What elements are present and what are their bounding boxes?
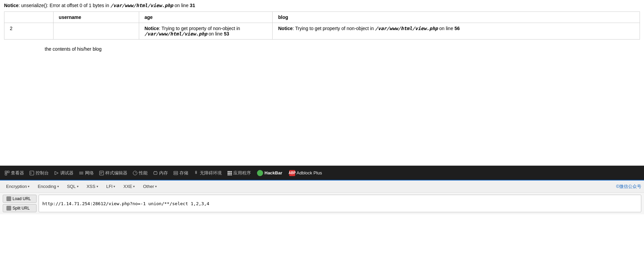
- col-header-age: age: [139, 12, 273, 23]
- col-header-num: [4, 12, 53, 23]
- toolbar-inspector[interactable]: 查看器: [3, 169, 26, 177]
- hackbar-sql[interactable]: SQL ▾: [64, 183, 82, 190]
- notice-line-text-age: on line: [207, 31, 224, 37]
- hackbar-buttons: Load URL Split URL: [3, 195, 37, 212]
- inspector-label: 查看器: [11, 170, 24, 176]
- hackbar-panel: Encryption ▾ Encoding ▾ SQL ▾ XSS ▾ LFI …: [0, 180, 644, 214]
- notice-text-top: : unserialize(): Error at offset 0 of 1 …: [19, 3, 110, 8]
- adblock-label: Adblock Plus: [297, 170, 322, 175]
- hackbar-encoding[interactable]: Encoding ▾: [34, 183, 62, 190]
- notice-path-blog: /var/www/html/view.php: [375, 26, 438, 31]
- notice-suffix-top: on line: [173, 3, 190, 8]
- encryption-label: Encryption: [6, 184, 27, 189]
- svg-rect-27: [228, 174, 229, 175]
- xxe-arrow: ▾: [133, 185, 135, 188]
- toolbar-style-editor[interactable]: 样式编辑器: [97, 169, 129, 177]
- url-input[interactable]: [39, 195, 641, 212]
- adblock-icon: ABP: [289, 170, 295, 176]
- hackbar-label: HackBar: [264, 170, 282, 175]
- browser-toolbar: 查看器 控制台 调试器 网络 样式编辑器 性能 内存 存储 无障碍环境: [0, 166, 644, 180]
- wechat-link: ©微信公众号: [616, 184, 641, 190]
- toolbar-network[interactable]: 网络: [77, 169, 96, 177]
- load-url-label: Load URL: [13, 196, 31, 201]
- hackbar-other[interactable]: Other ▾: [139, 183, 160, 190]
- hackbar-lfi[interactable]: LFI ▾: [103, 183, 119, 190]
- hackbar-xxe[interactable]: XXE ▾: [120, 183, 138, 190]
- svg-rect-8: [100, 171, 104, 175]
- style-editor-label: 样式编辑器: [105, 170, 127, 176]
- row-blog-notice: Notice: Trying to get property of non-ob…: [273, 23, 640, 40]
- svg-marker-4: [55, 171, 58, 175]
- memory-label: 内存: [159, 170, 168, 176]
- hackbar-menu: Encryption ▾ Encoding ▾ SQL ▾ XSS ▾ LFI …: [0, 180, 644, 193]
- svg-rect-28: [229, 174, 231, 175]
- row-num: 2: [4, 23, 53, 40]
- toolbar-debugger[interactable]: 调试器: [52, 169, 76, 177]
- load-url-button[interactable]: Load URL: [3, 195, 37, 203]
- blog-text: the contents of his/her blog: [45, 46, 102, 52]
- hackbar-input-row: Load URL Split URL: [0, 193, 644, 214]
- notice-path-age: /var/www/html/view.php: [145, 31, 207, 37]
- toolbar-storage[interactable]: 存储: [171, 169, 190, 177]
- toolbar-hackbar[interactable]: HackBar: [254, 169, 285, 177]
- xxe-label: XXE: [123, 184, 132, 189]
- toolbar-apps[interactable]: 应用程序: [225, 169, 253, 177]
- svg-rect-26: [231, 173, 232, 174]
- performance-label: 性能: [139, 170, 148, 176]
- notice-line-top: 31: [190, 3, 195, 8]
- storage-label: 存储: [179, 170, 188, 176]
- notice-label-age: Notice: [145, 26, 159, 31]
- load-url-icon: [6, 196, 11, 201]
- encoding-label: Encoding: [38, 184, 56, 189]
- row-age-notice: Notice: Trying to get property of non-ob…: [139, 23, 273, 40]
- other-label: Other: [143, 184, 154, 189]
- toolbar-adblock[interactable]: ABP Adblock Plus: [286, 169, 325, 177]
- row-username: [53, 23, 139, 40]
- svg-line-12: [135, 172, 136, 173]
- other-arrow: ▾: [155, 185, 157, 188]
- notice-text-age: : Trying to get property of non-object i…: [159, 26, 240, 31]
- svg-rect-22: [229, 171, 231, 172]
- xss-label: XSS: [87, 184, 95, 189]
- encoding-arrow: ▾: [57, 185, 59, 188]
- notice-path-top: /var/www/html/view.php: [110, 3, 173, 8]
- notice-line-blog: 56: [454, 26, 460, 31]
- network-label: 网络: [85, 170, 94, 176]
- notice-line-text-blog: on line: [438, 26, 454, 31]
- svg-rect-3: [30, 171, 34, 175]
- svg-rect-1: [7, 171, 9, 173]
- split-url-button[interactable]: Split URL: [3, 204, 37, 212]
- svg-rect-21: [228, 171, 229, 172]
- notice-label-blog: Notice: [278, 26, 293, 31]
- xss-arrow: ▾: [96, 185, 98, 188]
- table-row: 2 Notice: Trying to get property of non-…: [4, 23, 640, 40]
- svg-rect-13: [154, 172, 157, 174]
- apps-label: 应用程序: [233, 170, 251, 176]
- notice-label-top: Notice: [4, 3, 19, 8]
- top-notice: Notice: unserialize(): Error at offset 0…: [4, 3, 640, 8]
- debugger-label: 调试器: [60, 170, 73, 176]
- accessibility-label: 无障碍环境: [200, 170, 222, 176]
- notice-text-blog: : Trying to get property of non-object i…: [293, 26, 375, 31]
- toolbar-performance[interactable]: 性能: [131, 169, 150, 177]
- svg-rect-23: [231, 171, 232, 172]
- split-url-label: Split URL: [13, 206, 30, 211]
- blog-content: the contents of his/her blog: [4, 40, 640, 58]
- col-header-username: username: [53, 12, 139, 23]
- sql-arrow: ▾: [77, 185, 79, 188]
- encryption-arrow: ▾: [28, 185, 29, 188]
- notice-line-age: 53: [224, 31, 229, 37]
- sql-label: SQL: [67, 184, 76, 189]
- data-table: username age blog 2 Notice: Trying to ge…: [4, 11, 640, 40]
- toolbar-console[interactable]: 控制台: [27, 169, 51, 177]
- lfi-label: LFI: [106, 184, 113, 189]
- hackbar-icon: [257, 170, 263, 176]
- hackbar-xss[interactable]: XSS ▾: [83, 183, 102, 190]
- hackbar-encryption[interactable]: Encryption ▾: [3, 183, 33, 190]
- svg-point-18: [195, 171, 197, 172]
- toolbar-accessibility[interactable]: 无障碍环境: [192, 169, 224, 177]
- main-content: Notice: unserialize(): Error at offset 0…: [0, 0, 644, 166]
- svg-rect-0: [5, 171, 7, 173]
- svg-rect-25: [229, 173, 231, 174]
- toolbar-memory[interactable]: 内存: [151, 169, 170, 177]
